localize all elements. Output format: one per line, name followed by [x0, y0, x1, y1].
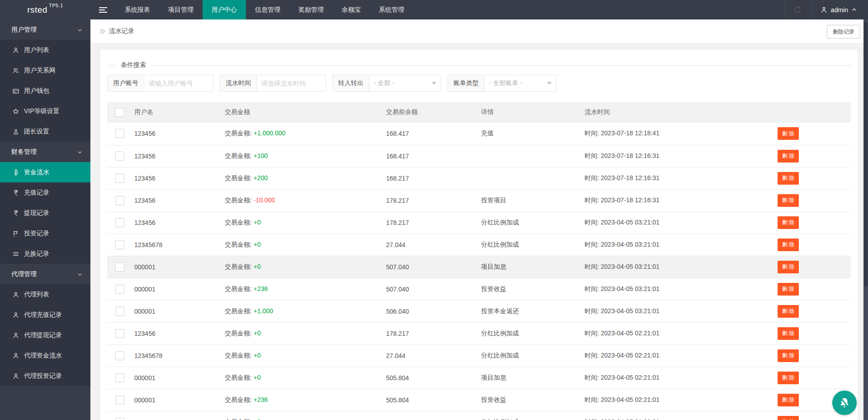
delete-button[interactable]: 删 除: [778, 239, 799, 251]
time-prefix: 时间:: [585, 329, 601, 337]
search-field-label: 用户账号: [108, 75, 144, 91]
select-all-checkbox[interactable]: [115, 108, 124, 117]
col-header-username: 用户名: [134, 102, 225, 123]
sidebar-item[interactable]: 用户列表: [0, 40, 90, 60]
select-dropdown[interactable]: - 全部 -: [369, 75, 441, 91]
amount-value: +1.000: [254, 307, 273, 315]
nav-item[interactable]: 信息管理: [246, 0, 289, 19]
sidebar-item[interactable]: 代理资金流水: [0, 345, 90, 366]
sidebar-item[interactable]: 资金流水: [0, 162, 90, 182]
cell-time: 2023-07-18 12:16:31: [601, 196, 660, 204]
sidebar-item[interactable]: 投资记录: [0, 223, 90, 243]
cell-time: 2023-04-05 03:21:01: [601, 241, 660, 248]
search-field-group: 用户账号: [107, 75, 213, 92]
sidebar-item[interactable]: 财务管理: [0, 142, 90, 162]
search-input[interactable]: [257, 75, 326, 91]
row-checkbox[interactable]: [115, 262, 124, 272]
delete-records-button[interactable]: 删除记录: [827, 25, 860, 38]
nav-item[interactable]: 余额宝: [333, 0, 370, 19]
cell-balance: 178.217: [386, 189, 481, 211]
cell-username: 123456: [134, 167, 225, 189]
nav-item[interactable]: 项目管理: [159, 0, 203, 19]
delete-button[interactable]: 删 除: [778, 349, 799, 362]
table-row: 000001 交易金额: +236 505.804 投资收益 时间: 2023-…: [107, 389, 851, 411]
row-checkbox[interactable]: [115, 351, 124, 360]
cell-balance: 27.044: [386, 344, 481, 367]
content-card: 条件搜索 用户账号 流水时间: [100, 50, 858, 420]
row-checkbox[interactable]: [115, 174, 124, 183]
delete-button[interactable]: 删 除: [778, 372, 799, 384]
sidebar-item[interactable]: VIP等级设置: [0, 101, 90, 121]
cell-balance: 507.040: [386, 278, 481, 300]
delete-button[interactable]: 删 除: [778, 127, 799, 140]
cell-username: 123456: [134, 145, 225, 167]
page-scrollbar[interactable]: [863, 19, 868, 420]
amount-prefix: 交易金额:: [225, 241, 254, 248]
nav-item[interactable]: 系统报表: [116, 0, 159, 19]
nav-item[interactable]: 系统管理: [370, 0, 413, 19]
delete-button[interactable]: 删 除: [778, 194, 799, 207]
row-checkbox[interactable]: [115, 129, 124, 138]
delete-button[interactable]: 删 除: [778, 216, 799, 229]
delete-button[interactable]: 删 除: [778, 327, 799, 340]
row-checkbox[interactable]: [115, 152, 124, 161]
row-checkbox[interactable]: [115, 418, 124, 420]
scrollbar-thumb[interactable]: [864, 22, 868, 286]
cell-username: 000001: [134, 278, 225, 300]
search-field-label: 转入转出: [333, 75, 369, 91]
cell-username: 000001: [134, 256, 225, 278]
sidebar-item-label: 代理列表: [24, 291, 49, 299]
refresh-button[interactable]: [784, 0, 812, 19]
row-checkbox[interactable]: [115, 218, 124, 227]
flow-records-table: 用户名 交易金额 交易前余额 详情 流水时间 123456 交易金额: +1.0…: [107, 102, 851, 420]
sidebar-item[interactable]: 提现记录: [0, 203, 90, 223]
delete-button[interactable]: 删 除: [778, 150, 799, 162]
sidebar-item-label: 财务管理: [11, 148, 37, 156]
admin-menu[interactable]: admin: [812, 0, 868, 19]
row-checkbox[interactable]: [115, 396, 124, 405]
search-input[interactable]: [144, 75, 213, 91]
table-row: 123456 交易金额: +0 178.217 分红比例加成 时间: 2023-…: [107, 322, 851, 344]
amount-value: +0: [254, 263, 261, 270]
delete-button[interactable]: 删 除: [778, 283, 799, 296]
row-checkbox[interactable]: [115, 285, 124, 294]
sidebar-item[interactable]: 代理列表: [0, 284, 90, 305]
sidebar-item[interactable]: 代理充值记录: [0, 305, 90, 325]
floating-notification-button[interactable]: [832, 391, 857, 415]
row-checkbox[interactable]: [115, 329, 124, 338]
cell-balance: 168.417: [386, 145, 481, 167]
row-checkbox[interactable]: [115, 373, 124, 382]
sidebar-item-label: 代理管理: [11, 270, 37, 278]
sidebar-item[interactable]: 代理投资记录: [0, 366, 90, 386]
amount-value: +1.000.000: [254, 129, 285, 137]
sidebar-item[interactable]: 用户钱包: [0, 81, 90, 101]
delete-button[interactable]: 删 除: [778, 305, 799, 318]
sidebar-item[interactable]: 团长设置: [0, 121, 90, 142]
search-field-label: 账单类型: [448, 75, 485, 91]
sidebar-item[interactable]: 充值记录: [0, 182, 90, 203]
time-prefix: 时间:: [585, 241, 601, 248]
sidebar-item[interactable]: 代理管理: [0, 264, 90, 284]
delete-button[interactable]: 删 除: [778, 172, 799, 185]
collapse-menu-button[interactable]: [90, 0, 116, 19]
nav-item-label: 系统管理: [379, 6, 404, 14]
nav-item[interactable]: 奖励管理: [289, 0, 333, 19]
cell-detail: 分红比例加成: [481, 322, 585, 344]
amount-prefix: 交易金额:: [225, 285, 254, 292]
row-checkbox[interactable]: [115, 196, 124, 205]
select-value: - 全部 -: [374, 79, 394, 87]
select-dropdown[interactable]: - 全部账单 -: [485, 75, 556, 91]
nav-item[interactable]: 用户中心: [203, 0, 246, 19]
sidebar-item[interactable]: 用户管理: [0, 19, 90, 40]
amount-prefix: 交易金额:: [225, 263, 254, 270]
row-checkbox[interactable]: [115, 240, 124, 249]
delete-button[interactable]: 删 除: [778, 261, 799, 273]
delete-button[interactable]: 删 除: [778, 416, 799, 420]
row-checkbox[interactable]: [115, 307, 124, 316]
cell-balance: 505.804: [386, 367, 481, 389]
sidebar-item[interactable]: 代理提现记录: [0, 325, 90, 345]
sidebar-item[interactable]: 用户关系网: [0, 60, 90, 81]
sidebar-item[interactable]: 兑换记录: [0, 243, 90, 264]
delete-button[interactable]: 删 除: [778, 394, 799, 406]
time-prefix: 时间:: [585, 307, 601, 315]
